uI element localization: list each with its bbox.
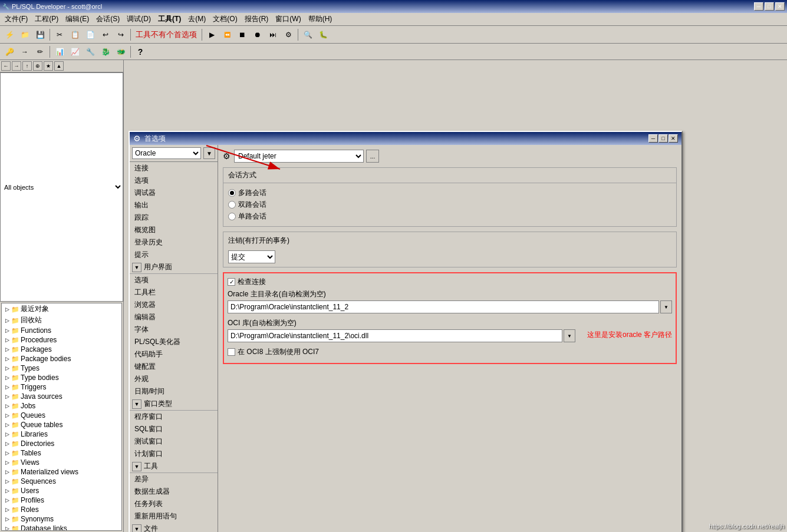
dialog-max-btn[interactable]: □ bbox=[658, 134, 668, 143]
tree-item-profiles[interactable]: ▷ 📁 Profiles bbox=[2, 495, 121, 505]
toolbar-btn-8[interactable]: ↪ bbox=[114, 28, 128, 42]
oci7-checkbox[interactable] bbox=[228, 348, 235, 356]
tree-item-synonyms[interactable]: ▷ 📁 Synonyms bbox=[2, 514, 121, 524]
tree-item-queue-tables[interactable]: ▷ 📁 Queue tables bbox=[2, 420, 121, 429]
radio-multi-session[interactable]: 多路会话 bbox=[228, 188, 671, 198]
tree-item-package-bodies[interactable]: ▷ 📁 Package bodies bbox=[2, 354, 121, 364]
radio-dot-dual[interactable] bbox=[228, 201, 236, 209]
nav-item-plan-window[interactable]: 计划窗口 bbox=[130, 448, 218, 460]
menu-doc[interactable]: 文档(O) bbox=[209, 13, 241, 25]
tb2-btn-4[interactable]: 📊 bbox=[52, 45, 67, 59]
toolbar-btn-16[interactable]: 🐛 bbox=[316, 28, 330, 42]
toolbar-btn-12[interactable]: ⏺ bbox=[251, 28, 265, 42]
nav-item-key-config[interactable]: 键配置 bbox=[130, 361, 218, 373]
nav-item-test-window[interactable]: 测试窗口 bbox=[130, 435, 218, 448]
menu-report[interactable]: 报告(R) bbox=[241, 13, 272, 25]
tree-item-tables[interactable]: ▷ 📁 Tables bbox=[2, 448, 121, 458]
nav-back-btn[interactable]: ← bbox=[1, 61, 11, 71]
nav-item-diff[interactable]: 差异 bbox=[130, 473, 218, 485]
menu-debug[interactable]: 调试(D) bbox=[123, 13, 154, 25]
oci-lib-dropdown-btn[interactable]: ▼ bbox=[564, 329, 575, 342]
tree-item-libraries[interactable]: ▷ 📁 Libraries bbox=[2, 429, 121, 439]
tree-item-users[interactable]: ▷ 📁 Users bbox=[2, 486, 121, 495]
commit-select[interactable]: 提交 回滚 询问 bbox=[228, 250, 275, 263]
nav-item-font[interactable]: 字体 bbox=[130, 323, 218, 336]
close-btn[interactable]: ✕ bbox=[775, 2, 785, 11]
nav-item-ui-options[interactable]: 选项 bbox=[130, 274, 218, 286]
nav-item-reuse-stmt[interactable]: 重新用用语句 bbox=[130, 510, 218, 523]
tree-item-roles[interactable]: ▷ 📁 Roles bbox=[2, 505, 121, 514]
nav-add-btn[interactable]: ⊕ bbox=[33, 61, 42, 71]
dialog-close-btn[interactable]: ✕ bbox=[669, 134, 678, 143]
tree-item-types[interactable]: ▷ 📁 Types bbox=[2, 364, 121, 373]
nav-item-overview[interactable]: 概览图 bbox=[130, 224, 218, 236]
nav-item-appearance[interactable]: 外观 bbox=[130, 373, 218, 385]
tree-item-mat-views[interactable]: ▷ 📁 Materialized views bbox=[2, 467, 121, 477]
nav-item-data-gen[interactable]: 数据生成器 bbox=[130, 485, 218, 498]
tree-item-packages[interactable]: ▷ 📁 Packages bbox=[2, 345, 121, 354]
menu-file[interactable]: 文件(F) bbox=[1, 13, 31, 25]
nav-item-output[interactable]: 输出 bbox=[130, 199, 218, 212]
tree-item-functions[interactable]: ▷ 📁 Functions bbox=[2, 326, 121, 335]
tree-item-queues[interactable]: ▷ 📁 Queues bbox=[2, 411, 121, 420]
tree-item-jobs[interactable]: ▷ 📁 Jobs bbox=[2, 401, 121, 411]
nav-item-toolbar[interactable]: 工具栏 bbox=[130, 286, 218, 299]
tree-item-sequences[interactable]: ▷ 📁 Sequences bbox=[2, 477, 121, 486]
object-filter-select[interactable]: All objects bbox=[0, 72, 123, 302]
tree-item-java-sources[interactable]: ▷ 📁 Java sources bbox=[2, 392, 121, 401]
toolbar-btn-5[interactable]: 📋 bbox=[68, 28, 82, 42]
tree-item-recent[interactable]: ▷ 📁 最近对象 bbox=[2, 303, 121, 315]
toolbar-btn-6[interactable]: 📄 bbox=[83, 28, 97, 42]
nav-item-connect[interactable]: 连接 bbox=[130, 162, 218, 174]
profile-select[interactable]: Default jeter bbox=[234, 150, 364, 163]
menu-project[interactable]: 工程(P) bbox=[31, 13, 62, 25]
nav-item-debugger[interactable]: 调试器 bbox=[130, 187, 218, 199]
tb2-btn-3[interactable]: ✏ bbox=[33, 45, 47, 59]
tb2-btn-1[interactable]: 🔑 bbox=[2, 45, 17, 59]
toolbar-btn-10[interactable]: ⏪ bbox=[220, 28, 234, 42]
tb2-help-btn[interactable]: ? bbox=[133, 45, 147, 59]
oracle-category-select[interactable]: Oracle bbox=[132, 147, 201, 159]
nav-item-sql-window[interactable]: SQL窗口 bbox=[130, 423, 218, 435]
toolbar-btn-13[interactable]: ⏭ bbox=[266, 28, 280, 42]
tree-item-views[interactable]: ▷ 📁 Views bbox=[2, 458, 121, 467]
toolbar-btn-7[interactable]: ↩ bbox=[98, 28, 113, 42]
tb2-btn-7[interactable]: 🐉 bbox=[98, 45, 113, 59]
radio-dot-single[interactable] bbox=[228, 213, 236, 220]
menu-tools[interactable]: 工具(T) bbox=[154, 13, 185, 25]
nav-star-btn[interactable]: ★ bbox=[44, 61, 53, 71]
dialog-min-btn[interactable]: ─ bbox=[648, 134, 658, 143]
section-expand-btn-3[interactable]: ▼ bbox=[132, 462, 141, 471]
oracle-home-input[interactable] bbox=[228, 300, 659, 313]
tb2-btn-8[interactable]: 🐲 bbox=[114, 45, 128, 59]
profile-more-btn[interactable]: ... bbox=[366, 150, 379, 163]
nav-item-editor[interactable]: 编辑器 bbox=[130, 311, 218, 323]
check-connect-checkbox[interactable] bbox=[228, 278, 235, 286]
toolbar-btn-14[interactable]: ⚙ bbox=[281, 28, 295, 42]
nav-item-login-history[interactable]: 登录历史 bbox=[130, 236, 218, 249]
nav-expand-btn[interactable]: ▼ bbox=[203, 147, 215, 159]
minimize-btn[interactable]: ─ bbox=[754, 2, 763, 11]
tree-item-directories[interactable]: ▷ 📁 Directories bbox=[2, 439, 121, 448]
nav-item-prog-window[interactable]: 程序窗口 bbox=[130, 411, 218, 423]
section-expand-btn-4[interactable]: ▼ bbox=[132, 524, 141, 533]
tree-item-triggers[interactable]: ▷ 📁 Triggers bbox=[2, 382, 121, 392]
radio-single-session[interactable]: 单路会话 bbox=[228, 212, 671, 222]
tree-item-type-bodies[interactable]: ▷ 📁 Type bodies bbox=[2, 373, 121, 382]
menu-help[interactable]: 帮助(H) bbox=[305, 13, 336, 25]
maximize-btn[interactable]: □ bbox=[765, 2, 774, 11]
tree-item-procedures[interactable]: ▷ 📁 Procedures bbox=[2, 335, 121, 345]
section-expand-btn[interactable]: ▼ bbox=[132, 263, 141, 272]
tree-item-recycle[interactable]: ▷ 📁 回收站 bbox=[2, 315, 121, 326]
nav-item-hints[interactable]: 提示 bbox=[130, 249, 218, 261]
nav-item-trace[interactable]: 跟踪 bbox=[130, 212, 218, 224]
toolbar-btn-15[interactable]: 🔍 bbox=[301, 28, 315, 42]
menu-window[interactable]: 窗口(W) bbox=[272, 13, 304, 25]
nav-item-options[interactable]: 选项 bbox=[130, 174, 218, 187]
toolbar-btn-3[interactable]: 💾 bbox=[33, 28, 47, 42]
nav-item-task-list[interactable]: 任务列表 bbox=[130, 498, 218, 510]
nav-forward-btn[interactable]: → bbox=[12, 61, 21, 71]
nav-item-browser[interactable]: 浏览器 bbox=[130, 299, 218, 311]
menu-goto[interactable]: 去(M) bbox=[185, 13, 209, 25]
menu-edit[interactable]: 编辑(E) bbox=[62, 13, 93, 25]
